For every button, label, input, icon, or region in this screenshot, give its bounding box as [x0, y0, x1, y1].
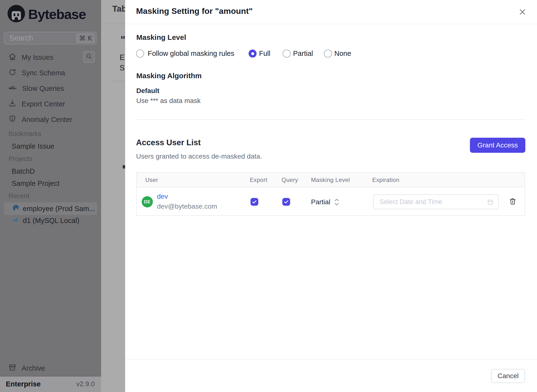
cancel-button[interactable]: Cancel — [491, 369, 525, 383]
background-fragment: S — [120, 64, 125, 72]
column-export: Export — [250, 173, 267, 187]
masking-setting-dialog: Masking Setting for "amount" Masking Lev… — [125, 0, 537, 392]
archive-icon — [9, 364, 16, 373]
algorithm-name: Default — [136, 87, 159, 95]
background-fragment — [123, 165, 125, 169]
sidebar-item-export-center[interactable]: Export Center — [9, 98, 65, 110]
sidebar-item-label: Slow Queries — [22, 85, 64, 93]
radio-follow-global-rules[interactable] — [136, 50, 144, 58]
sidebar-item-archive[interactable]: Archive — [9, 362, 45, 375]
sidebar-item-my-issues[interactable]: My Issues — [9, 51, 53, 64]
sidebar-item-label: Anomaly Center — [22, 116, 72, 124]
background-divider — [113, 81, 125, 81]
sidebar-item-employee-db[interactable]: employee (Prod Sam... — [12, 202, 95, 215]
close-button[interactable] — [517, 7, 528, 18]
radio-label[interactable]: Partial — [293, 50, 313, 58]
search-input[interactable] — [9, 33, 72, 43]
footer-divider — [125, 359, 537, 360]
dialog-title: Masking Setting for "amount" — [136, 6, 253, 16]
sidebar-item-label: Export Center — [22, 100, 65, 108]
grant-access-button[interactable]: Grant Access — [470, 138, 525, 153]
sidebar-item-sync-schema[interactable]: Sync Schema — [9, 67, 65, 79]
sidebar-item-slow-queries[interactable]: Slow Queries — [9, 82, 64, 95]
user-name-link[interactable]: dev — [157, 193, 168, 200]
download-icon — [9, 99, 16, 109]
section-bookmarks: Bookmarks — [9, 130, 41, 138]
access-user-table: User Export Query Masking Level Expirati… — [136, 172, 525, 216]
sidebar-item-d1-db[interactable]: d1 (MySQL Local) — [12, 214, 79, 227]
postgresql-icon — [12, 204, 19, 213]
mysql-icon — [12, 216, 19, 225]
chevron-up-down-icon[interactable] — [334, 197, 339, 208]
plan-footer: Enterprise v2.9.0 — [0, 376, 101, 392]
sidebar-item-batchd[interactable]: BatchD — [12, 167, 35, 175]
home-icon — [9, 53, 16, 62]
bytebase-logo[interactable]: Bytebase — [7, 5, 95, 23]
bytebase-logo-icon — [7, 5, 25, 24]
sidebar: Bytebase ⌘ K My Issues Sync Schema Slow … — [0, 0, 101, 392]
column-masking-level: Masking Level — [311, 173, 350, 187]
column-query: Query — [282, 173, 298, 187]
sidebar-item-label: Sync Schema — [22, 69, 65, 77]
radio-label[interactable]: Follow global masking rules — [148, 50, 234, 58]
search-shortcut-badge: ⌘ K — [76, 34, 95, 43]
sidebar-item-sample-project[interactable]: Sample Project — [12, 179, 60, 187]
radio-label[interactable]: None — [334, 50, 351, 58]
radio-none[interactable] — [324, 50, 332, 58]
sidebar-item-sample-issue[interactable]: Sample Issue — [12, 142, 54, 150]
plan-name[interactable]: Enterprise — [6, 376, 41, 392]
search-icon — [86, 53, 92, 60]
background-fragment: E — [120, 53, 125, 62]
turtle-icon — [9, 84, 17, 93]
header-divider — [125, 24, 537, 24]
background-page-title: Tab — [112, 4, 125, 14]
background-divider — [101, 24, 125, 24]
masking-algorithm-heading: Masking Algorithm — [136, 72, 202, 80]
expiration-input[interactable] — [380, 196, 482, 207]
sidebar-item-label: d1 (MySQL Local) — [23, 217, 79, 225]
issue-search-button[interactable] — [83, 51, 95, 63]
user-email: dev@bytebase.com — [157, 203, 217, 210]
sidebar-item-label: My Issues — [22, 53, 53, 61]
access-user-list-subtitle: Users granted to access de-masked data. — [136, 153, 262, 160]
brand-name: Bytebase — [28, 6, 86, 22]
expiration-datepicker[interactable] — [373, 194, 499, 209]
algorithm-description: Use *** as data mask — [136, 97, 201, 105]
query-checkbox[interactable] — [282, 198, 290, 206]
sidebar-search[interactable]: ⌘ K — [4, 32, 97, 44]
delete-user-button[interactable] — [509, 198, 516, 206]
background-fragment: " — [121, 34, 125, 46]
masking-level-select[interactable]: Partial — [311, 198, 330, 206]
dimmed-background-page: Tab " E S — [101, 0, 125, 392]
calendar-icon — [487, 199, 494, 206]
masking-level-heading: Masking Level — [136, 33, 186, 42]
avatar: DE — [142, 196, 153, 207]
sidebar-item-label: employee (Prod Sam... — [23, 205, 95, 213]
table-header: User Export Query Masking Level Expirati… — [137, 173, 525, 187]
table-row: DE dev dev@bytebase.com Partial — [137, 188, 525, 215]
radio-full[interactable] — [249, 50, 257, 58]
section-recent: Recent — [9, 192, 29, 200]
shield-alert-icon — [9, 115, 16, 124]
radio-partial[interactable] — [283, 50, 291, 58]
radio-label[interactable]: Full — [259, 50, 270, 58]
section-divider — [136, 119, 525, 120]
sync-icon — [9, 68, 16, 78]
access-user-list-heading: Access User List — [136, 138, 201, 147]
export-checkbox[interactable] — [251, 198, 258, 206]
close-icon — [519, 8, 526, 17]
sidebar-item-label: Archive — [22, 364, 45, 372]
sidebar-item-anomaly-center[interactable]: Anomaly Center — [9, 113, 72, 126]
section-projects: Projects — [9, 155, 32, 163]
column-expiration: Expiration — [372, 173, 399, 187]
app-version: v2.9.0 — [76, 376, 95, 392]
column-user: User — [145, 173, 158, 187]
